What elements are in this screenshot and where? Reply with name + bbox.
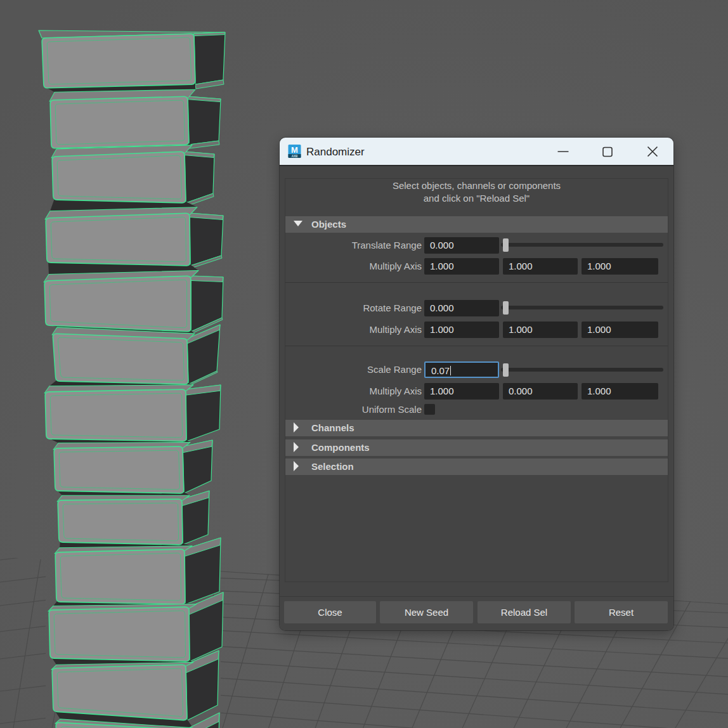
svg-text:M: M [291, 145, 298, 155]
svg-text:AXB: AXB [292, 155, 298, 158]
